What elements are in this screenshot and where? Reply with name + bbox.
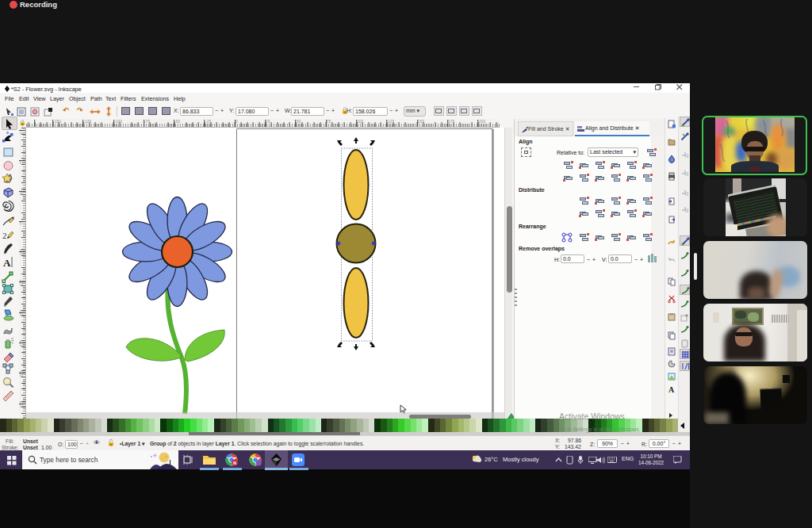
svg-text:2: 2 [2, 231, 7, 240]
svg-text:N: N [233, 461, 236, 465]
svg-text:A: A [668, 385, 675, 394]
svg-text:A: A [3, 257, 11, 269]
